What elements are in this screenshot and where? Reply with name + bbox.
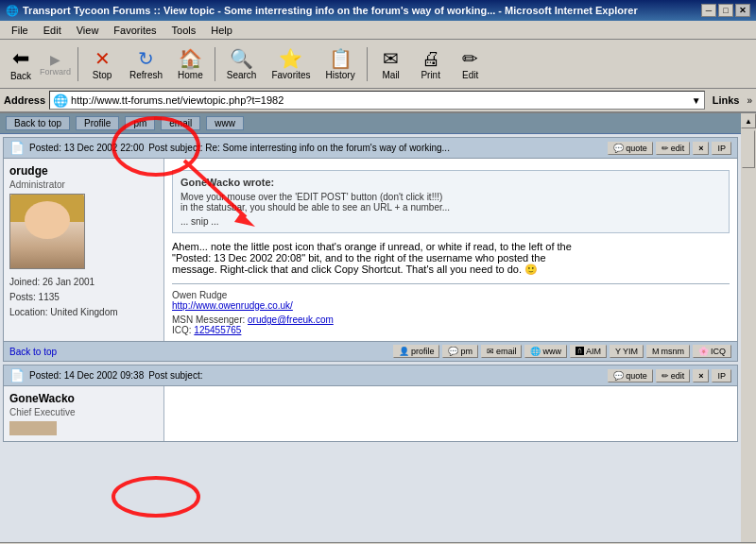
footer-aim-btn[interactable]: 🅰 AIM	[570, 345, 607, 358]
avatar-1	[9, 194, 85, 269]
footer-msnm-btn[interactable]: M msnm	[646, 345, 690, 358]
post-2-close-btn[interactable]: ×	[693, 369, 709, 382]
post-2-container: 📄 Posted: 14 Dec 2002 09:38 Post subject…	[0, 365, 741, 445]
sig-name-1: Owen Rudge	[172, 290, 730, 300]
user-details-1: Joined: 26 Jan 2001 Posts: 1135 Location…	[9, 275, 158, 320]
post-body-text-1: Ahem... note the little post icon that's…	[172, 241, 730, 276]
favorites-label: Favorites	[271, 70, 310, 80]
refresh-label: Refresh	[129, 70, 163, 80]
post-1-quote-btn[interactable]: 💬 quote	[608, 142, 653, 155]
username-1: orudge	[9, 164, 158, 178]
post-1-ip-btn[interactable]: IP	[712, 142, 731, 155]
nav-email-btn[interactable]: email	[161, 116, 200, 130]
icq-number-link[interactable]: 125455765	[194, 325, 241, 335]
footer-profile-btn[interactable]: 👤 profile	[393, 345, 440, 358]
quote-icon: 💬	[613, 144, 624, 153]
title-bar: 🌐 Transport Tycoon Forums :: View topic …	[0, 0, 756, 21]
scrollbar[interactable]: ▲	[741, 113, 756, 542]
msn-label: MSN Messenger:	[172, 314, 245, 325]
post-2-icon: 📄	[9, 368, 25, 382]
post-1-footer: Back to top 👤 profile 💬 pm ✉ email 🌐 www…	[4, 341, 737, 361]
nav-pm-btn[interactable]: pm	[125, 116, 155, 130]
top-nav-bar: Back to top Profile pm email www	[0, 113, 741, 134]
print-label: Print	[421, 70, 440, 80]
footer-pm-btn[interactable]: 💬 pm	[442, 345, 478, 358]
post-1: 📄 Posted: 13 Dec 2002 22:00 Post subject…	[3, 137, 738, 362]
close-button[interactable]: ✕	[735, 4, 750, 17]
quote-snip: ... snip ...	[180, 216, 721, 227]
icq-label: ICQ:	[172, 325, 192, 335]
search-label: Search	[227, 70, 257, 80]
post-2-ip-btn[interactable]: IP	[712, 369, 731, 382]
address-label: Address	[4, 94, 45, 106]
quote-line-1: Move your mouse over the 'EDIT POST' but…	[180, 192, 721, 202]
nav-profile-btn[interactable]: Profile	[76, 116, 119, 130]
toolbar-separator-2	[215, 47, 215, 81]
location-1: Location: United Kingdom	[9, 305, 158, 320]
post-2-quote-btn[interactable]: 💬 quote	[608, 369, 653, 382]
maximize-button[interactable]: □	[718, 4, 733, 17]
menu-edit[interactable]: Edit	[36, 23, 69, 38]
menu-tools[interactable]: Tools	[164, 23, 204, 38]
post-2-user-info: GoneWacko Chief Executive	[4, 386, 164, 441]
search-icon: 🔍	[230, 47, 253, 70]
quote-author-1: GoneWacko wrote:	[180, 177, 721, 188]
forward-button[interactable]: ▶ Forward	[38, 42, 73, 86]
mail-button[interactable]: ✉ Mail	[372, 42, 410, 86]
post-2-edit-btn[interactable]: ✏ edit	[656, 369, 691, 382]
page-content: Back to top Profile pm email www 📄 Poste…	[0, 113, 741, 542]
post-2-text	[164, 386, 737, 441]
forward-label: Forward	[40, 67, 71, 76]
footer-www-btn[interactable]: 🌐 www	[524, 345, 567, 358]
menu-favorites[interactable]: Favorites	[106, 23, 163, 38]
footer-icq-btn[interactable]: 🌸 ICQ	[693, 345, 731, 358]
stop-button[interactable]: ✕ Stop	[83, 42, 121, 86]
edit-2-icon: ✏	[662, 371, 669, 381]
menu-help[interactable]: Help	[203, 23, 240, 38]
footer-yim-btn[interactable]: Y YIM	[610, 345, 644, 358]
address-dropdown-icon[interactable]: ▼	[692, 95, 701, 106]
post-2: 📄 Posted: 14 Dec 2002 09:38 Post subject…	[3, 365, 738, 442]
refresh-button[interactable]: ↻ Refresh	[123, 42, 169, 86]
toolbar-separator	[77, 47, 78, 81]
browser-icon: 🌐	[6, 5, 19, 17]
scroll-up-btn[interactable]: ▲	[741, 113, 756, 128]
history-icon: 📋	[329, 47, 352, 70]
forward-icon: ▶	[50, 52, 60, 67]
post-1-icon: 📄	[9, 141, 25, 155]
post-1-date: Posted: 13 Dec 2002 22:00	[29, 143, 144, 153]
scroll-thumb[interactable]	[742, 130, 755, 168]
minimize-button[interactable]: ─	[701, 4, 716, 17]
home-button[interactable]: 🏠 Home	[171, 42, 210, 86]
print-button[interactable]: 🖨 Print	[412, 42, 450, 86]
msn-email-link[interactable]: orudge@freeuk.com	[248, 314, 334, 325]
favorites-icon: ⭐	[279, 47, 302, 70]
nav-www-btn[interactable]: www	[206, 116, 244, 130]
post-2-header: 📄 Posted: 14 Dec 2002 09:38 Post subject…	[4, 366, 737, 386]
back-to-top-link[interactable]: Back to top	[9, 347, 57, 357]
body-line-3: message. Right-click that and click Copy…	[172, 264, 730, 276]
user-role-2: Chief Executive	[9, 407, 158, 417]
back-button[interactable]: ⬅ Back	[4, 42, 38, 86]
edit-button[interactable]: ✏ Edit	[452, 42, 490, 86]
links-arrow-icon[interactable]: »	[747, 95, 752, 106]
nav-back-to-top-btn[interactable]: Back to top	[6, 116, 70, 130]
address-input[interactable]	[71, 94, 689, 106]
history-button[interactable]: 📋 History	[319, 42, 362, 86]
post-1-user-info: orudge Administrator	[4, 159, 164, 341]
post-1-edit-btn[interactable]: ✏ edit	[656, 142, 691, 155]
menu-file[interactable]: File	[4, 23, 36, 38]
footer-email-btn[interactable]: ✉ email	[481, 345, 523, 358]
search-button[interactable]: 🔍 Search	[220, 42, 264, 86]
favorites-button[interactable]: ⭐ Favorites	[265, 42, 317, 86]
user-role-1: Administrator	[9, 179, 158, 190]
post-1-close-btn[interactable]: ×	[693, 142, 709, 155]
address-bar: Address 🌐 ▼ Links »	[0, 89, 756, 113]
window-title: Transport Tycoon Forums :: View topic - …	[23, 5, 638, 16]
mail-label: Mail	[382, 70, 399, 80]
menu-view[interactable]: View	[69, 23, 107, 38]
links-button[interactable]: Links	[709, 94, 744, 106]
avatar-2-partial	[9, 421, 57, 435]
post-2-body: GoneWacko Chief Executive	[4, 386, 737, 441]
sig-website-link[interactable]: http://www.owenrudge.co.uk/	[172, 300, 293, 311]
